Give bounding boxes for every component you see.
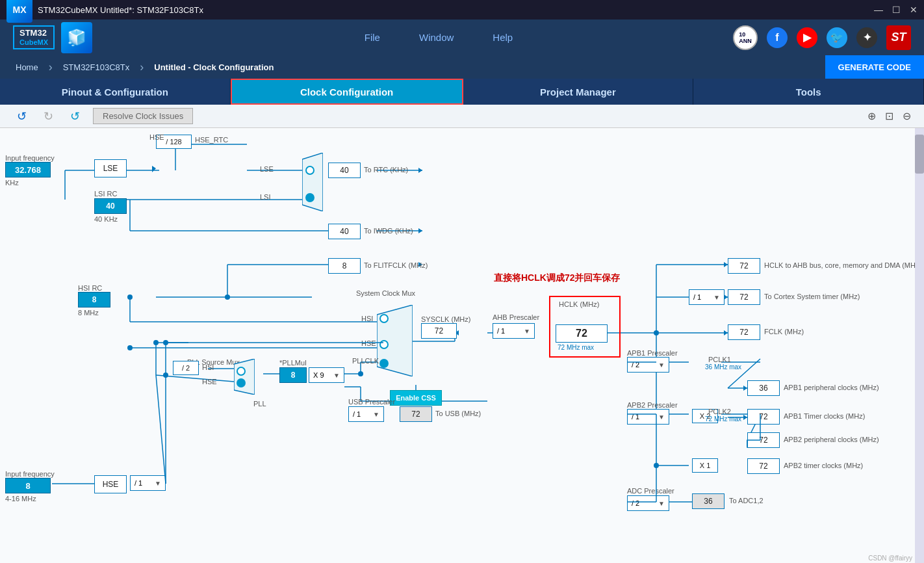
sysclk-value-box[interactable]: 72	[421, 323, 457, 339]
svg-point-65	[654, 330, 659, 335]
pll-mux-hse-radio[interactable]	[237, 378, 246, 389]
resolve-clock-issues-button[interactable]: Resolve Clock Issues	[93, 108, 193, 124]
cortex-timer-value-box[interactable]: 72	[728, 289, 760, 305]
svg-point-64	[225, 295, 230, 300]
undo-button[interactable]: ↺	[13, 108, 31, 125]
hclk-max-label: 72 MHz max	[558, 344, 594, 351]
scrollbar[interactable]	[915, 128, 924, 563]
usb-div-arrow: ▼	[373, 411, 379, 418]
menu-help[interactable]: Help	[493, 32, 513, 43]
to-rtc-value-box[interactable]: 40	[328, 163, 361, 178]
to-iwdg-value-box[interactable]: 40	[328, 224, 361, 239]
menu-file[interactable]: File	[365, 32, 380, 43]
to-iwdg-label: To IWDG (KHz)	[364, 227, 413, 235]
hse-value-box[interactable]: 8	[5, 478, 51, 493]
scrollbar-thumb[interactable]	[915, 135, 924, 174]
pclk2-max-label: 72 MHz max	[705, 415, 741, 423]
pll-mul-x9-arrow: ▼	[333, 372, 340, 379]
usb-value-box[interactable]: 72	[400, 406, 432, 422]
pclk1-label: PCLK1	[708, 356, 731, 363]
hsi-rc-value-box[interactable]: 8	[78, 292, 110, 308]
generate-code-button[interactable]: GENERATE CODE	[825, 55, 924, 79]
bc-home[interactable]: Home	[6, 62, 47, 72]
apb1-periph-label: APB1 peripheral clocks (MHz)	[784, 384, 879, 391]
ahb-prescaler-dropdown[interactable]: / 1 ▼	[493, 323, 535, 339]
fclk-label: FCLK (MHz)	[764, 328, 804, 335]
apb2-timer-value-box[interactable]: 72	[747, 458, 780, 474]
hclk-mhz-label: HCLK (MHz)	[559, 300, 599, 308]
svg-point-62	[127, 295, 133, 300]
sysclk-mux-hse-radio[interactable]	[379, 340, 389, 351]
adc-label: To ADC1,2	[729, 497, 764, 504]
network-icon[interactable]: ✦	[856, 27, 877, 48]
rtc-mux-radio-2[interactable]	[305, 193, 314, 204]
to-rtc-label: To RTC (KHz)	[364, 166, 408, 174]
st-icon[interactable]: ST	[886, 25, 911, 50]
tab-pinout[interactable]: Pinout & Configuration	[0, 79, 231, 105]
apb1-periph-value-box[interactable]: 36	[747, 380, 780, 396]
hse-div1-dropdown[interactable]: / 1 ▼	[130, 475, 166, 491]
minimize-btn[interactable]: —	[874, 5, 883, 15]
pllclk-sysclk-label: PLLCLK	[352, 357, 379, 365]
zoom-out-button[interactable]: ⊖	[903, 110, 911, 122]
title-bar: MX STM32CubeMX Untitled*: STM32F103C8Tx …	[0, 0, 924, 20]
apb2-periph-value-box[interactable]: 72	[747, 432, 780, 448]
svg-marker-52	[418, 168, 422, 173]
toolbar-right: ⊕ ⊡ ⊖	[867, 110, 911, 122]
maximize-btn[interactable]: ☐	[892, 5, 901, 15]
app-icon: MX	[6, 0, 32, 23]
close-btn[interactable]: ✕	[910, 5, 918, 15]
to-flit-label: To FLITFCLK (MHz)	[364, 261, 428, 269]
hsi-sysclk-label: HSI	[361, 315, 373, 322]
cortex-div-dropdown[interactable]: / 1 ▼	[689, 289, 725, 305]
logo-area: STM32 CubeMX 🧊	[13, 22, 92, 53]
lse-unit-label: KHz	[5, 179, 19, 187]
hse-sysclk-label: HSE	[361, 339, 376, 347]
hse-div128-label: HSE	[149, 133, 164, 141]
usb-prescaler-label: USB Prescaler	[348, 398, 395, 406]
hclk-value-box[interactable]: 72	[556, 324, 608, 343]
lsi-rc-value-box[interactable]: 40	[94, 198, 127, 214]
window-controls[interactable]: — ☐ ✕	[874, 5, 918, 15]
rtc-mux-radio-1[interactable]	[305, 166, 314, 177]
pll-mul-x9-dropdown[interactable]: X 9 ▼	[309, 367, 344, 383]
hse-div1-arrow: ▼	[155, 480, 161, 487]
usb-prescaler-dropdown[interactable]: / 1 ▼	[348, 406, 384, 422]
apb1-prescaler-label: APB1 Prescaler	[627, 349, 678, 357]
refresh-button[interactable]: ↺	[66, 108, 84, 125]
to-flit-value-box[interactable]: 8	[328, 258, 361, 274]
bc-device[interactable]: STM32F103C8Tx	[54, 62, 139, 72]
hse-rtc-label: HSE_RTC	[195, 136, 228, 144]
adc-prescaler-dropdown[interactable]: / 2 ▼	[627, 495, 669, 511]
tab-project[interactable]: Project Manager	[463, 79, 694, 105]
twitter-icon[interactable]: 🐦	[827, 27, 847, 48]
hclk-ahb-value-box[interactable]: 72	[728, 258, 760, 274]
fclk-value-box[interactable]: 72	[728, 324, 760, 340]
zoom-in-button[interactable]: ⊕	[867, 110, 876, 122]
pclk2-label: PCLK2	[708, 408, 731, 415]
pll-mul-value-box[interactable]: 8	[279, 367, 307, 383]
apb1-timer-value-box[interactable]: 72	[747, 409, 780, 425]
bc-sep-1: ›	[49, 60, 53, 74]
apb1-dropdown-arrow: ▼	[658, 361, 665, 369]
hsi-rc-unit: 8 MHz	[78, 309, 99, 317]
bc-clock-config[interactable]: Untitled - Clock Configuration	[145, 62, 283, 72]
youtube-icon[interactable]: ▶	[797, 27, 817, 48]
facebook-icon[interactable]: f	[767, 27, 788, 48]
apb2-prescaler-dropdown[interactable]: / 1 ▼	[627, 409, 669, 425]
adc-value-box[interactable]: 36	[692, 493, 725, 509]
lsi-rc-unit: 40 KHz	[94, 215, 118, 223]
ahb-prescaler-label: AHB Prescaler	[493, 313, 539, 321]
tab-tools[interactable]: Tools	[693, 79, 924, 105]
apb1-prescaler-dropdown[interactable]: / 2 ▼	[627, 357, 669, 373]
tab-clock[interactable]: Clock Configuration	[231, 79, 463, 105]
enable-css-button[interactable]: Enable CSS	[390, 390, 442, 406]
menu-window[interactable]: Window	[419, 32, 454, 43]
sysclk-mux-hsi-radio[interactable]	[379, 314, 389, 325]
lse-value-box[interactable]: 32.768	[5, 162, 51, 177]
svg-point-66	[358, 371, 363, 376]
fit-window-button[interactable]: ⊡	[885, 110, 893, 122]
sysclk-mux-pll-radio[interactable]	[379, 359, 389, 370]
redo-button[interactable]: ↻	[40, 108, 57, 125]
pll-mux-hsi-radio[interactable]	[237, 367, 246, 378]
